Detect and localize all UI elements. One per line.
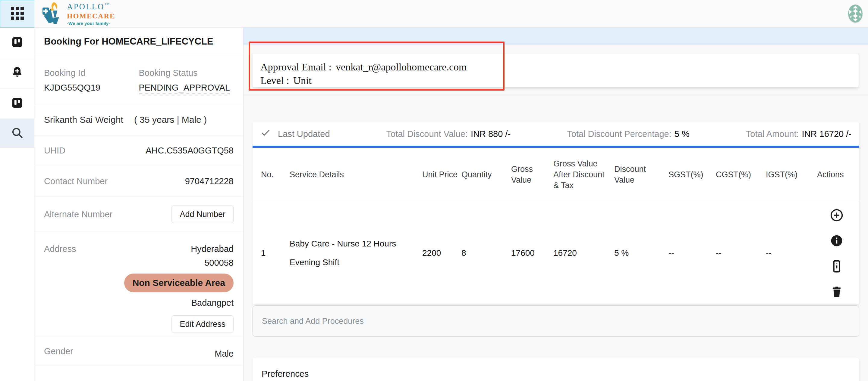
- address-area: Badangpet: [191, 298, 234, 308]
- patient-name: Srikanth Sai Weight: [44, 115, 123, 135]
- address-row: Address Hyderabad 500058 Non Serviceable…: [34, 232, 243, 337]
- totals-summary-row: Last Updated Total Discount Value:INR 88…: [253, 122, 859, 146]
- services-table: No. Service Details Unit Price Quantity …: [253, 148, 859, 304]
- gender-value: Male: [215, 349, 234, 359]
- cell-no: 1: [253, 202, 290, 304]
- uhid-row: UHID AHC.C535A0GGTQ58: [34, 135, 243, 166]
- col-header-cgst: CGST(%): [716, 148, 766, 202]
- cell-actions: [817, 202, 859, 304]
- search-procedures-input[interactable]: [253, 306, 859, 337]
- top-bar: APOLLOTM HOMECARE -We are your family-: [0, 0, 868, 28]
- add-service-icon[interactable]: [830, 208, 844, 222]
- preferences-card: Preferences: [253, 357, 859, 381]
- col-header-unit-price: Unit Price: [422, 148, 461, 202]
- contact-row: Contact Number 9704712228: [34, 166, 243, 197]
- col-header-gross-after: Gross Value After Discount & Tax: [553, 148, 614, 202]
- board-icon: [10, 96, 24, 111]
- col-header-discount-value: Discount Value: [614, 148, 669, 202]
- logo-wordmark-apollo: APOLLOTM: [67, 2, 115, 11]
- cell-gross-after: 16720: [553, 202, 614, 304]
- gender-label: Gender: [44, 346, 73, 356]
- services-card: Last Updated Total Discount Value:INR 88…: [253, 122, 859, 304]
- non-serviceable-badge: Non Serviceable Area: [124, 274, 234, 292]
- cell-gross-value: 17600: [511, 202, 553, 304]
- contact-number-value: 9704712228: [185, 176, 234, 186]
- page-title: Booking For HOMECARE_LIFECYCLE: [34, 28, 243, 56]
- booking-id-status-row: Booking Id KJDG55QQ19 Booking Status PEN…: [34, 56, 243, 105]
- cell-service-details: Baby Care - Nurse 12 Hours Evening Shift: [290, 202, 422, 304]
- app-launcher-button[interactable]: [0, 0, 34, 28]
- col-header-quantity: Quantity: [461, 148, 511, 202]
- total-discount-value: Total Discount Value:INR 880 /-: [386, 129, 510, 139]
- total-amount: Total Amount:INR 16720 /-: [746, 129, 851, 139]
- cell-quantity: 8: [461, 202, 511, 304]
- alternate-number-row: Alternate Number Add Number: [34, 197, 243, 232]
- rail-item-board[interactable]: [0, 28, 34, 58]
- total-discount-percentage: Total Discount Percentage:5 %: [567, 129, 689, 139]
- top-blue-band: [244, 28, 868, 45]
- delete-icon[interactable]: [830, 285, 843, 298]
- last-updated-label: Last Updated: [278, 129, 330, 139]
- logo-wordmark-homecare: HOMECARE: [67, 12, 115, 20]
- cell-unit-price: 2200: [422, 202, 461, 304]
- notification-add-icon: [10, 66, 24, 80]
- approval-info-card: Approval Email :venkat_r@apollohomecare.…: [253, 54, 859, 87]
- apollo-logo-mark-icon: [41, 2, 64, 26]
- uhid-value: AHC.C535A0GGTQ58: [146, 146, 234, 155]
- approval-email-value: venkat_r@apollohomecare.com: [336, 61, 467, 72]
- cell-igst: --: [766, 202, 817, 304]
- preferences-title: Preferences: [261, 369, 850, 379]
- address-city: Hyderabad: [191, 244, 234, 254]
- device-info-icon[interactable]: [830, 259, 844, 273]
- avatar[interactable]: [848, 4, 863, 23]
- edit-address-button[interactable]: Edit Address: [172, 315, 234, 333]
- check-icon: [260, 128, 271, 140]
- booking-details-panel: Booking For HOMECARE_LIFECYCLE Booking I…: [34, 28, 244, 381]
- address-pincode: 500058: [204, 258, 234, 268]
- uhid-label: UHID: [44, 146, 65, 155]
- divider: [244, 96, 868, 96]
- rail-item-notifications[interactable]: [0, 58, 34, 89]
- table-row: 1 Baby Care - Nurse 12 Hours Evening Shi…: [253, 202, 859, 304]
- approval-email-label: Approval Email :: [260, 61, 332, 72]
- col-header-service-details: Service Details: [290, 148, 422, 202]
- cell-cgst: --: [716, 202, 766, 304]
- alternate-number-label: Alternate Number: [44, 209, 113, 219]
- left-icon-rail: [0, 28, 34, 381]
- cell-discount-value: 5 %: [614, 202, 669, 304]
- add-number-button[interactable]: Add Number: [172, 206, 234, 223]
- table-header-row: No. Service Details Unit Price Quantity …: [253, 148, 859, 202]
- approval-level-value: Unit: [293, 75, 311, 86]
- patient-row: Srikanth Sai Weight ( 35 years | Male ): [34, 105, 243, 135]
- col-header-actions: Actions: [817, 148, 859, 202]
- rail-item-board-2[interactable]: [0, 89, 34, 119]
- address-label: Address: [44, 244, 76, 337]
- col-header-gross-value: Gross Value: [511, 148, 553, 202]
- contact-number-label: Contact Number: [44, 176, 107, 186]
- approval-level-label: Level :: [260, 75, 289, 86]
- col-header-sgst: SGST(%): [669, 148, 716, 202]
- board-icon: [10, 36, 24, 50]
- patient-meta: ( 35 years | Male ): [134, 115, 207, 135]
- info-icon[interactable]: [830, 234, 843, 247]
- grid-icon: [11, 7, 24, 21]
- accent-bar: [253, 146, 859, 148]
- main-content: Approval Email :venkat_r@apollohomecare.…: [244, 28, 868, 381]
- booking-id-label: Booking Id: [44, 68, 139, 78]
- cell-sgst: --: [669, 202, 716, 304]
- booking-status-value[interactable]: PENDING_APPROVAL: [139, 83, 230, 94]
- apollo-homecare-logo: APOLLOTM HOMECARE -We are your family-: [41, 2, 115, 25]
- booking-status-label: Booking Status: [139, 68, 234, 78]
- gender-row: Gender Male: [34, 337, 243, 366]
- rail-item-search[interactable]: [0, 119, 34, 148]
- logo-tagline: -We are your family-: [67, 21, 115, 26]
- col-header-igst: IGST(%): [766, 148, 817, 202]
- search-icon: [11, 127, 24, 140]
- col-header-no: No.: [253, 148, 290, 202]
- booking-id-value: KJDG55QQ19: [44, 83, 139, 93]
- trademark-symbol: TM: [104, 2, 110, 6]
